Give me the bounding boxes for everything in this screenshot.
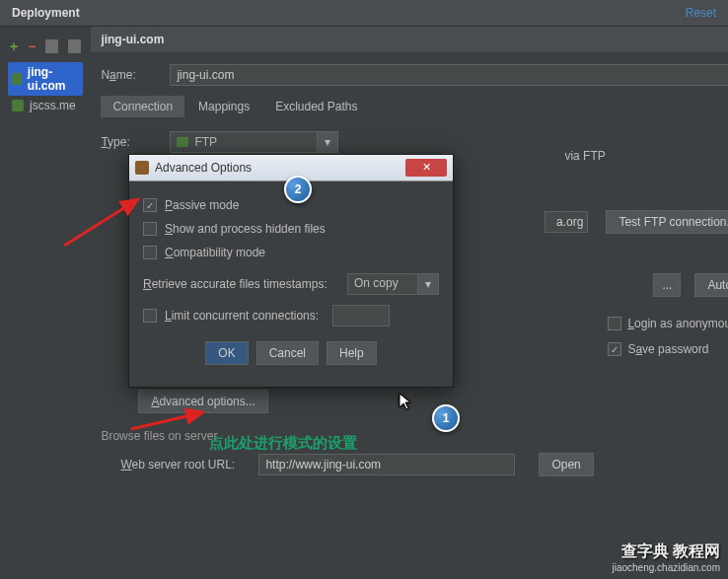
cancel-button[interactable]: Cancel <box>256 341 319 365</box>
checkbox-icon <box>143 246 157 259</box>
advanced-options-button[interactable]: Advanced options... <box>138 390 267 413</box>
chevron-down-icon[interactable]: ▾ <box>417 273 439 295</box>
savepw-checkbox[interactable]: Save password <box>608 342 708 356</box>
name-label: Name: <box>101 68 160 82</box>
sidebar-item-label: jing-ui.com <box>28 65 80 93</box>
reset-link[interactable]: Reset <box>686 6 716 20</box>
savepw-label: Save password <box>627 342 708 356</box>
sidebar-toolbar: + − <box>8 35 83 62</box>
chevron-down-icon[interactable]: ▾ <box>317 131 338 153</box>
compat-label: Compatibility mode <box>165 246 265 259</box>
webroot-input[interactable] <box>258 454 515 475</box>
paste-icon[interactable] <box>68 39 81 53</box>
watermark-main: 查字典 教程网 <box>612 542 720 562</box>
server-icon <box>12 73 22 85</box>
retrieve-label: Retrieve accurate files timestamps: <box>143 277 328 291</box>
annotation-badge-1: 1 <box>432 404 460 432</box>
compat-mode-checkbox[interactable]: Compatibility mode <box>143 241 439 264</box>
type-select[interactable]: FTP <box>170 131 318 153</box>
annotation-text: 点此处进行模式的设置 <box>209 434 357 453</box>
checkbox-icon <box>608 342 621 356</box>
open-button[interactable]: Open <box>539 453 593 476</box>
browse-button[interactable]: ... <box>653 273 681 297</box>
checkbox-icon <box>143 222 157 236</box>
sidebar: + − jing-ui.com jscss.me <box>0 27 91 578</box>
limit-label: Limit concurrent connections: <box>165 309 319 323</box>
type-value: FTP <box>194 135 217 149</box>
close-icon[interactable]: ✕ <box>405 159 447 177</box>
help-button[interactable]: Help <box>327 341 377 365</box>
type-label: Type: <box>101 135 160 149</box>
checkbox-icon <box>608 317 621 330</box>
webroot-label: Web server root URL: <box>120 458 249 471</box>
add-icon[interactable]: + <box>10 38 18 54</box>
tab-connection[interactable]: Connection <box>101 96 184 117</box>
remove-icon[interactable]: − <box>28 38 36 54</box>
watermark: 查字典 教程网 jiaocheng.chazidian.com <box>612 542 720 573</box>
host-suffix: a.org <box>545 211 588 233</box>
sidebar-item-label: jscss.me <box>30 99 76 112</box>
tab-mappings[interactable]: Mappings <box>186 96 261 117</box>
passive-label: Passive mode <box>165 198 239 212</box>
tab-excluded[interactable]: Excluded Paths <box>263 96 369 117</box>
anonymous-checkbox[interactable]: Login as anonymous <box>608 317 728 330</box>
server-icon <box>12 100 24 111</box>
via-text: via FTP <box>564 149 605 163</box>
test-ftp-button[interactable]: Test FTP connection... <box>606 210 728 234</box>
copy-icon[interactable] <box>45 39 58 53</box>
browse-section-title: Browse files on server <box>91 419 728 447</box>
hidden-files-checkbox[interactable]: Show and process hidden files <box>143 217 439 241</box>
watermark-sub: jiaocheng.chazidian.com <box>612 562 720 573</box>
hidden-label: Show and process hidden files <box>165 222 326 236</box>
limit-input[interactable] <box>332 305 390 326</box>
ftp-icon <box>177 137 188 147</box>
retrieve-select[interactable]: On copy <box>347 273 418 295</box>
tab-bar: Connection Mappings Excluded Paths <box>91 92 728 117</box>
ok-button[interactable]: OK <box>205 341 248 365</box>
header-title: Deployment <box>12 6 80 20</box>
panel-title: jing-ui.com <box>91 27 728 52</box>
annotation-badge-2: 2 <box>284 176 312 203</box>
checkbox-icon <box>143 309 157 323</box>
autodetect-button[interactable]: Autodetect <box>694 273 728 297</box>
sidebar-item-jscss[interactable]: jscss.me <box>8 96 83 115</box>
dialog-icon <box>135 161 149 175</box>
sidebar-item-jing-ui[interactable]: jing-ui.com <box>8 62 83 96</box>
header-bar: Deployment Reset <box>0 0 728 27</box>
name-input[interactable] <box>170 64 728 86</box>
dialog-title: Advanced Options <box>155 161 252 175</box>
anon-label: Login as anonymous <box>627 317 728 330</box>
checkbox-icon <box>143 198 157 212</box>
